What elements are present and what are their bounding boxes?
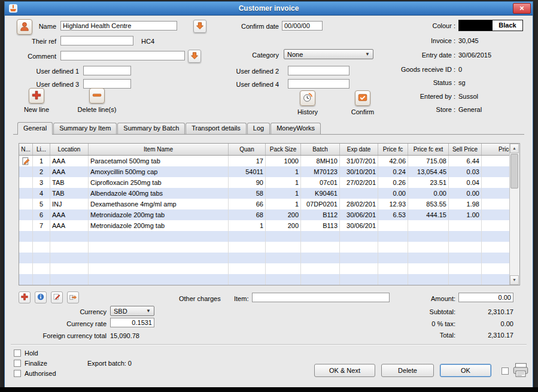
foreign-currency-total-label: Foreign currency total [17,332,107,340]
cell: 1 [266,199,301,209]
close-button[interactable]: × [513,3,531,14]
cell-empty [266,263,301,274]
history-button[interactable] [300,90,315,106]
cell-empty [89,274,229,285]
user-defined-3-input[interactable] [83,79,131,89]
comment-input[interactable] [60,51,185,60]
column-header[interactable]: Location [50,144,89,156]
tab-general[interactable]: General [17,122,53,135]
column-header[interactable]: Item Name [89,144,229,156]
column-header[interactable]: Price fc [378,144,408,156]
tab-log[interactable]: Log [247,123,270,134]
tax-value: 0.00 [424,320,513,328]
edit-mini-button[interactable] [51,291,63,303]
table-row[interactable]: 1AAAParacetamol 500mg tab1710008MH1031/0… [19,156,520,167]
table-row[interactable]: 5INJDexamethasone 4mg/ml amp66107DP02012… [19,199,520,209]
printer-icon[interactable] [512,362,530,379]
scrollbar-thumb[interactable] [510,154,518,189]
cell: 6 [33,209,50,220]
cell [408,220,449,231]
column-header[interactable]: Pack Size [266,144,301,156]
add-line-mini-button[interactable] [19,291,31,303]
table-row[interactable]: 3TABCiprofloxacin 250mg tab90107c0127/02… [19,177,520,188]
user-defined-2-input[interactable] [288,66,349,75]
hold-checkbox[interactable] [14,350,21,357]
cell: 853.55 [408,199,449,209]
title-bar[interactable]: Customer invoice × [5,2,533,16]
cell [19,199,33,209]
column-header[interactable]: Quan [229,144,266,156]
confirm-label: Confirm [336,108,390,116]
column-header[interactable]: Sell Price [449,144,482,156]
cell: Albendazole 400mg tabs [89,188,229,199]
tab-summary-by-item[interactable]: Summary by Item [53,123,117,134]
new-line-button[interactable] [29,88,44,104]
ok-next-button[interactable]: OK & Next [314,364,375,377]
cell: 28/02/201 [340,199,378,209]
info-mini-button[interactable] [35,291,47,303]
cell-empty [50,253,89,263]
plus-icon [20,293,29,302]
user-defined-3-label: User defined 3 [5,80,79,89]
ok-button[interactable]: OK [440,364,491,377]
tab-summary-by-batch[interactable]: Summary by Batch [117,123,185,134]
column-header[interactable]: N... [19,144,33,156]
column-header[interactable]: Exp date [340,144,378,156]
authorised-checkbox[interactable] [14,370,21,377]
category-select[interactable]: None ▼ [284,49,373,59]
cell-empty [229,253,266,263]
cell-empty [408,231,449,242]
confirm-date-input[interactable] [282,21,323,31]
cell: 0.00 [449,188,482,199]
their-ref-input[interactable] [60,36,133,45]
cell-empty [449,274,482,285]
column-header[interactable]: Batch [301,144,340,156]
cell-empty [229,274,266,285]
name-input[interactable] [60,21,177,31]
user-defined-1-input[interactable] [83,66,131,75]
authorised-label: Authorised [25,369,56,378]
cell: 6.44 [449,156,482,167]
colour-picker[interactable]: Black [458,20,523,31]
currency-rate-input[interactable] [110,318,154,327]
confirm-date-label: Confirm date [184,22,279,31]
table-row[interactable]: 6AAAMetronidazole 200mg tab68200B11230/0… [19,209,520,220]
vertical-scrollbar[interactable]: ▲ ▼ [509,144,519,285]
print-checkbox[interactable] [501,367,509,375]
note-edit-icon[interactable] [19,156,33,167]
export-mini-button[interactable] [67,291,79,303]
cell: 17 [229,156,266,167]
cell [449,220,482,231]
cell: M70123 [301,166,340,177]
scroll-up-icon[interactable]: ▲ [510,144,519,153]
cell-empty [301,231,340,242]
cell: B113 [301,220,340,231]
finalize-checkbox[interactable] [14,360,21,367]
cell-empty [340,242,378,253]
charge-item-input[interactable] [252,293,390,302]
confirm-button[interactable] [355,90,370,106]
cell-empty [340,263,378,274]
amount-input[interactable] [458,293,513,302]
cell-empty [33,231,50,242]
delete-button[interactable]: Delete [381,364,434,377]
cell-empty [378,231,408,242]
delete-lines-button[interactable] [89,88,105,104]
subtotal-value: 2,310.17 [424,308,513,316]
tab-moneyworks[interactable]: MoneyWorks [270,123,321,134]
column-header[interactable]: Li... [33,144,50,156]
tab-transport-details[interactable]: Transport details [186,123,247,134]
minus-icon [92,90,102,102]
column-header[interactable]: Price fc ext [408,144,449,156]
currency-select[interactable]: SBD ▼ [110,306,154,316]
finalize-label: Finalize [25,359,47,367]
cell-empty [266,231,301,242]
table-row[interactable]: 7AAAMetronidazole 200mg tab1200B11330/06… [19,220,520,231]
divider [11,344,527,345]
cell: Metronidazole 200mg tab [89,220,229,231]
cell-empty [301,263,340,274]
table-row[interactable]: 4TABAlbendazole 400mg tabs581K904610.000… [19,188,520,199]
user-defined-4-input[interactable] [288,79,349,89]
table-row[interactable]: 2AAAAmoxycillin 500mg cap540111M7012330/… [19,166,520,177]
scroll-down-icon[interactable]: ▼ [510,275,519,285]
